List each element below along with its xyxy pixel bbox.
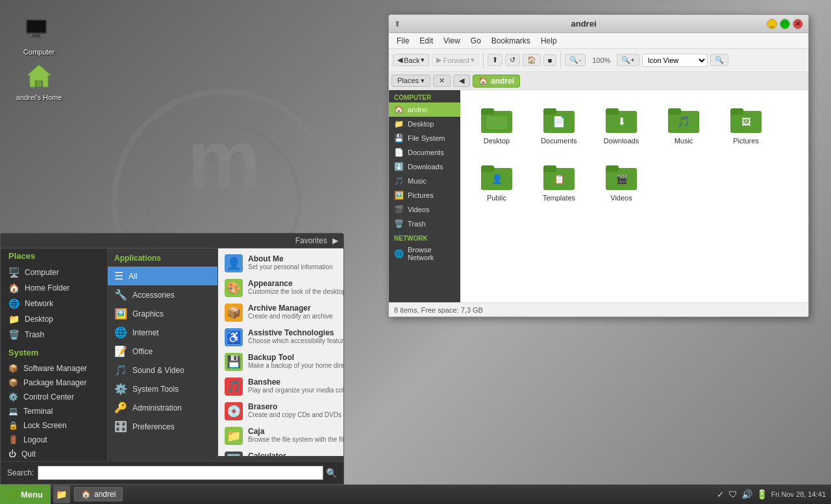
app-appearance[interactable]: 🎨 Appearance Customize the look of the d… [218,276,343,300]
search-input[interactable] [38,466,323,480]
menu-left-panel: Places 🖥️ Computer 🏠 Home Folder 🌐 Netwo… [1,248,108,461]
app-assistive-tech[interactable]: ♿ Assistive Technologies Choose which ac… [218,325,343,350]
category-administration[interactable]: 🔑 Administration [108,398,217,417]
category-graphics[interactable]: 🖼️ Graphics [108,304,217,323]
places-computer[interactable]: 🖥️ Computer [1,265,107,280]
pictures-folder-label: Pictures [733,137,759,145]
folder-pictures[interactable]: 🖼 Pictures [720,101,772,147]
app-brasero[interactable]: 💿 Brasero Create and copy CDs and DVDs [218,399,343,424]
places-home-folder[interactable]: 🏠 Home Folder [1,280,107,296]
fm-reload-button[interactable]: ↺ [505,54,520,66]
fm-locationbar: Places ▾ ✕ ◀ 🏠 andrei [389,72,808,90]
folder-music[interactable]: 🎵 Music [658,101,710,147]
fm-menu-file[interactable]: File [391,35,414,47]
system-control-center[interactable]: ⚙️ Control Center [1,390,107,404]
menu-mint-icon: 🌿 [8,490,18,499]
taskbar-file-manager-icon[interactable]: 📁 [53,485,70,503]
fm-toggle-button[interactable]: ✕ [433,75,451,87]
network-tray-icon[interactable]: ✓ [717,489,725,499]
fm-sidebar-music[interactable]: 🎵 Music [389,174,460,188]
app-caja[interactable]: 📁 Caja Browse the file system with the f… [218,424,343,448]
search-button[interactable]: 🔍 [326,468,337,478]
fm-menu-help[interactable]: Help [536,35,562,47]
fm-sidebar-filesystem[interactable]: 💾 File System [389,131,460,145]
fm-maximize-button[interactable]: □ [780,19,790,29]
fm-menu-go[interactable]: Go [465,35,486,47]
system-terminal[interactable]: 💻 Terminal [1,404,107,418]
clock: Fri Nov 28, 14:41 [771,490,826,498]
places-title: Places [1,248,107,265]
app-archive-manager[interactable]: 📦 Archive Manager Create and modify an a… [218,300,343,325]
battery-tray-icon[interactable]: 🔋 [756,489,767,499]
fm-up-button[interactable]: ⬆ [488,54,502,66]
fm-sidebar-downloads[interactable]: ⬇️ Downloads [389,160,460,174]
app-calculator[interactable]: 🔢 Calculator Perform arithmetic, scienti… [218,448,343,456]
fm-back-button[interactable]: ◀ Back ▾ [393,54,429,66]
fm-nav-left-button[interactable]: ◀ [453,75,470,87]
svg-rect-6 [32,34,40,37]
places-desktop[interactable]: 📁 Desktop [1,311,107,327]
fm-sidebar-desktop[interactable]: 📁 Desktop [389,117,460,131]
menu-button[interactable]: 🌿 Menu [0,485,51,504]
app-about-me[interactable]: 👤 About Me Set your personal information [218,251,343,276]
folder-documents[interactable]: 📄 Documents [533,101,585,147]
folder-videos[interactable]: 🎬 Videos [595,158,647,204]
fm-sidebar-documents[interactable]: 📄 Documents [389,145,460,160]
app-banshee[interactable]: 🎵 Banshee Play and organize your media c… [218,374,343,399]
trash-place-icon: 🗑️ [8,330,19,340]
system-quit[interactable]: ⏻ Quit [1,447,107,461]
sound-tray-icon[interactable]: 🔊 [741,489,752,499]
system-software-manager[interactable]: 📦 Software Manager [1,361,107,376]
category-accessories[interactable]: 🔧 Accessories [108,285,217,304]
fm-zoom-in-button[interactable]: 🔍+ [617,54,639,66]
category-office[interactable]: 📝 Office [108,342,217,361]
app-backup-tool[interactable]: 💾 Backup Tool Make a backup of your home… [218,350,343,374]
taskbar-andrei-window[interactable]: 🏠 andrei [74,487,123,501]
fm-sidebar-andrei[interactable]: 🏠 andrei [389,102,460,117]
computer-place-icon: 🖥️ [8,267,19,278]
category-system-tools[interactable]: ⚙️ System Tools [108,379,217,398]
fm-sidebar-trash[interactable]: 🗑️ Trash [389,217,460,231]
folder-public[interactable]: 👤 Public [471,158,523,204]
system-logout[interactable]: 🚪 Logout [1,433,107,447]
fm-search-button[interactable]: 🔍 [710,54,728,66]
graphics-category-icon: 🖼️ [114,307,127,320]
folder-desktop[interactable]: Desktop [471,101,523,147]
fm-sidebar-browse-network[interactable]: 🌐 Browse Network [389,243,460,264]
fm-close-button[interactable]: ✕ [793,19,803,29]
fm-menu-edit[interactable]: Edit [414,35,438,47]
fm-sidebar-pictures[interactable]: 🖼️ Pictures [389,188,460,202]
fm-menu-view[interactable]: View [438,35,465,47]
taskbar: 🌿 Menu 📁 🏠 andrei ✓ 🛡 🔊 🔋 Fri Nov 28, 14… [0,485,831,504]
fm-home-button[interactable]: 🏠 [523,54,541,66]
folder-downloads[interactable]: ⬇ Downloads [595,101,647,147]
fm-sidebar-videos[interactable]: 🎬 Videos [389,202,460,217]
fm-terminal-button[interactable]: ■ [543,54,557,66]
public-folder-icon: 👤 [481,160,512,191]
system-lock-screen[interactable]: 🔒 Lock Screen [1,418,107,433]
folder-templates[interactable]: 📋 Templates [533,158,585,204]
places-trash[interactable]: 🗑️ Trash [1,327,107,342]
category-all[interactable]: ☰ All [108,267,217,285]
fm-path-home[interactable]: 🏠 andrei [473,75,520,88]
home-folder-icon: 🏠 [478,77,488,86]
fm-menu-bookmarks[interactable]: Bookmarks [486,35,536,47]
fm-places-button[interactable]: Places ▾ [391,75,430,87]
desktop-icon-computer[interactable]: Computer [13,13,65,58]
system-package-manager[interactable]: 📦 Package Manager [1,376,107,390]
places-network[interactable]: 🌐 Network [1,296,107,311]
category-sound-video[interactable]: 🎵 Sound & Video [108,361,217,379]
fm-view-select[interactable]: Icon View List View Compact View [642,54,708,67]
svg-text:⬇: ⬇ [617,116,626,127]
svg-rect-17 [606,108,619,115]
sidebar-network-icon: 🌐 [394,249,404,258]
fm-minimize-button[interactable]: _ [767,19,777,29]
fm-zoom-out-button[interactable]: 🔍- [565,54,586,66]
fm-forward-button[interactable]: ▶ Forward ▾ [432,54,478,66]
update-tray-icon[interactable]: 🛡 [728,489,738,499]
category-internet[interactable]: 🌐 Internet [108,323,217,342]
desktop-icon-home[interactable]: andrei's Home [13,58,65,104]
public-folder-label: Public [487,194,506,202]
internet-category-icon: 🌐 [114,326,127,339]
category-preferences[interactable]: 🎛️ Preferences [108,417,217,436]
